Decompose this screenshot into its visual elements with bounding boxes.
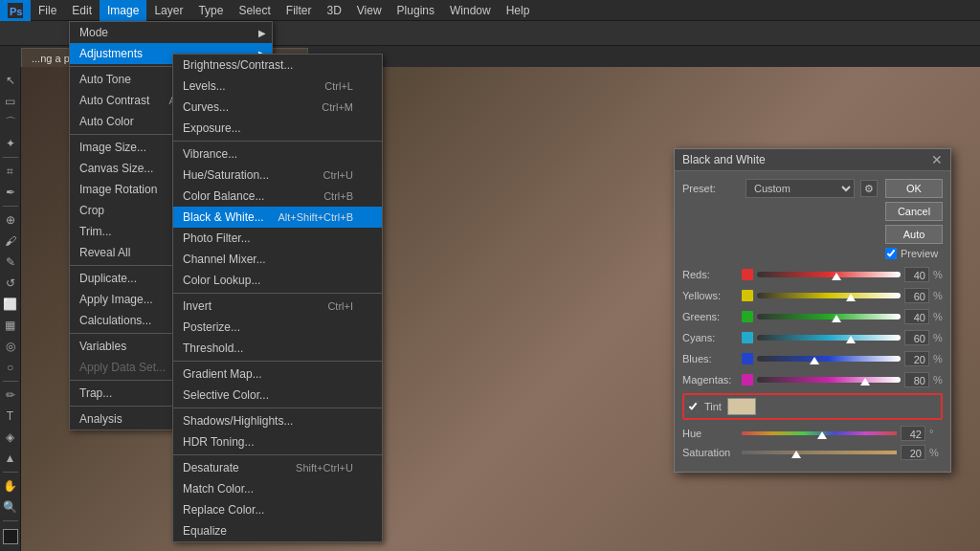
greens-color-dot [742,311,753,322]
sub-sep5 [173,454,382,455]
submenu-brightness[interactable]: Brightness/Contrast... [173,55,382,76]
submenu-channel-mixer[interactable]: Channel Mixer... [173,249,382,270]
blues-value: 20 [904,351,929,366]
reds-slider[interactable] [757,267,901,282]
reds-percent: % [933,269,943,280]
submenu-black-white[interactable]: Black & White... Alt+Shift+Ctrl+B [173,207,382,228]
magentas-color-dot [742,374,753,386]
sub-sep3 [173,361,382,362]
preview-label: Preview [901,248,938,259]
submenu-hdr-toning[interactable]: HDR Toning... [173,431,382,452]
dialog-close-btn[interactable]: ✕ [931,153,943,166]
yellows-slider[interactable] [757,288,901,303]
greens-label: Greens: [682,311,738,322]
saturation-slider[interactable] [742,446,897,459]
cyans-value: 60 [904,330,929,345]
magentas-slider-row: Magentas: 80 % [682,372,943,387]
menu-layer[interactable]: Layer [146,0,190,21]
hue-label: Hue [682,428,738,439]
saturation-row: Saturation 20 % [682,445,943,460]
submenu-replace-color[interactable]: Replace Color... [173,499,382,520]
submenu-color-balance[interactable]: Color Balance... Ctrl+B [173,186,382,207]
submenu-gradient-map[interactable]: Gradient Map... [173,364,382,385]
yellows-percent: % [933,290,943,301]
hue-row: Hue 42 ° [682,426,943,441]
submenu-hue-sat[interactable]: Hue/Saturation... Ctrl+U [173,165,382,186]
svg-text:Ps: Ps [10,6,22,17]
submenu-exposure[interactable]: Exposure... [173,118,382,139]
reds-label: Reds: [682,269,738,280]
ok-button[interactable]: OK [885,179,943,198]
menu-mode[interactable]: Mode ▶ [70,22,272,43]
submenu-vibrance[interactable]: Vibrance... [173,143,382,165]
submenu-levels[interactable]: Levels... Ctrl+L [173,76,382,97]
submenu-posterize[interactable]: Posterize... [173,317,382,338]
submenu-shadows-highlights[interactable]: Shadows/Highlights... [173,410,382,431]
preview-row: Preview [885,248,943,259]
reds-value: 40 [904,267,929,282]
reds-color-dot [742,269,753,280]
menu-window[interactable]: Window [442,0,499,21]
preset-row: Preset: Custom ⚙ [682,179,878,198]
submenu-selective-color[interactable]: Selective Color... [173,385,382,406]
dialog-title: Black and White [682,153,766,166]
magentas-percent: % [933,374,943,386]
auto-button[interactable]: Auto [885,225,943,244]
menu-file[interactable]: File [31,0,64,21]
saturation-value: 20 [901,445,925,460]
hue-value: 42 [901,426,925,441]
greens-slider[interactable] [757,309,901,324]
cancel-button[interactable]: Cancel [885,202,943,221]
blues-color-dot [742,353,753,364]
adjustments-submenu: Brightness/Contrast... Levels... Ctrl+L … [172,54,383,542]
menu-filter[interactable]: Filter [278,0,320,21]
saturation-label: Saturation [682,447,738,458]
menu-image[interactable]: Image [100,0,146,21]
submenu-match-color[interactable]: Match Color... [173,478,382,499]
dialog-buttons: OK Cancel Auto Preview [885,179,943,259]
sub-sep2 [173,293,382,294]
submenu-threshold[interactable]: Threshold... [173,338,382,359]
menu-plugins[interactable]: Plugins [390,0,442,21]
yellows-slider-row: Yellows: 60 % [682,288,943,303]
menu-select[interactable]: Select [231,0,278,21]
blues-slider[interactable] [757,351,901,366]
submenu-invert[interactable]: Invert Ctrl+I [173,296,382,317]
submenu-photo-filter[interactable]: Photo Filter... [173,228,382,249]
submenu-curves[interactable]: Curves... Ctrl+M [173,97,382,118]
preset-gear-btn[interactable]: ⚙ [860,180,878,197]
cyans-label: Cyans: [682,332,738,343]
tint-label: Tint [704,401,722,412]
submenu-equalize[interactable]: Equalize [173,520,382,541]
tint-checkbox[interactable] [687,401,699,412]
menu-view[interactable]: View [349,0,390,21]
menu-type[interactable]: Type [190,0,231,21]
greens-percent: % [933,311,943,322]
greens-value: 40 [904,309,929,324]
submenu-desaturate[interactable]: Desaturate Shift+Ctrl+U [173,457,382,478]
bw-dialog: Black and White ✕ Preset: Custom ⚙ OK Ca… [674,148,951,473]
tint-color-swatch[interactable] [727,398,756,415]
preset-label: Preset: [682,183,740,194]
cyans-slider[interactable] [757,330,901,345]
tint-row: Tint [682,393,943,420]
greens-slider-row: Greens: 40 % [682,309,943,324]
yellows-value: 60 [904,288,929,303]
cyans-slider-row: Cyans: 60 % [682,330,943,345]
blues-slider-row: Blues: 20 % [682,351,943,366]
submenu-color-lookup[interactable]: Color Lookup... [173,270,382,291]
menu-help[interactable]: Help [499,0,538,21]
menu-edit[interactable]: Edit [64,0,100,21]
saturation-unit: % [929,447,943,458]
hue-slider[interactable] [742,427,897,440]
reds-slider-row: Reds: 40 % [682,267,943,282]
menu-3d[interactable]: 3D [319,0,348,21]
dialog-titlebar: Black and White ✕ [675,149,950,171]
blues-percent: % [933,353,943,364]
preset-select[interactable]: Custom [746,179,855,198]
preview-checkbox[interactable] [885,248,897,259]
yellows-color-dot [742,290,753,301]
menu-ps[interactable]: Ps [0,0,31,21]
hue-unit: ° [929,428,943,439]
magentas-slider[interactable] [757,372,901,387]
